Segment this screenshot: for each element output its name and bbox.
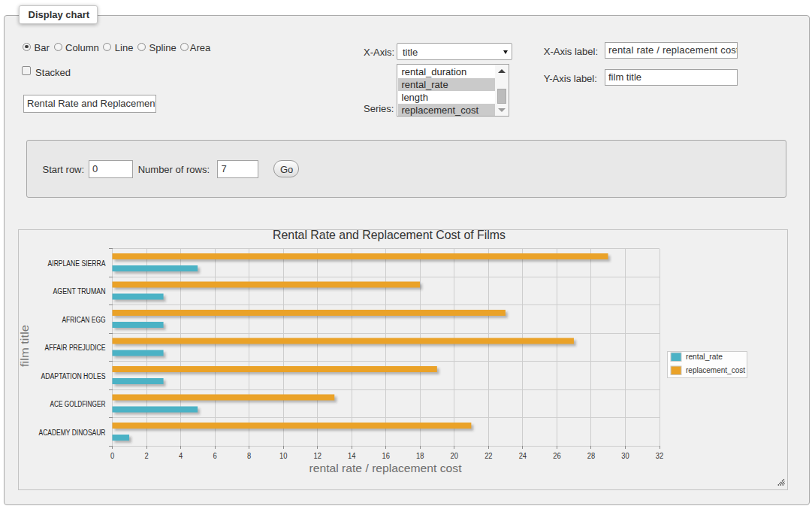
svg-text:28: 28 xyxy=(587,452,596,460)
svg-text:22: 22 xyxy=(484,452,493,460)
svg-text:6: 6 xyxy=(213,452,217,460)
svg-text:rental rate / replacement cost: rental rate / replacement cost xyxy=(309,462,463,474)
svg-text:24: 24 xyxy=(519,452,527,460)
svg-text:14: 14 xyxy=(348,452,356,460)
svg-text:AIRPLANE SIERRA: AIRPLANE SIERRA xyxy=(48,259,106,268)
svg-text:16: 16 xyxy=(382,452,391,460)
svg-text:30: 30 xyxy=(621,452,629,460)
svg-text:ADAPTATION HOLES: ADAPTATION HOLES xyxy=(41,372,106,380)
svg-text:Rental Rate and Replacement Co: Rental Rate and Replacement Cost of Film… xyxy=(273,229,506,242)
svg-text:AFFAIR PREJUDICE: AFFAIR PREJUDICE xyxy=(45,344,106,352)
svg-text:20: 20 xyxy=(451,452,459,460)
svg-text:10: 10 xyxy=(279,452,288,460)
svg-text:18: 18 xyxy=(416,452,424,460)
svg-text:replacement_cost: replacement_cost xyxy=(686,365,745,374)
svg-text:4: 4 xyxy=(179,452,183,460)
svg-text:rental_rate: rental_rate xyxy=(686,352,723,361)
svg-text:26: 26 xyxy=(553,452,561,460)
svg-text:AFRICAN EGG: AFRICAN EGG xyxy=(62,316,106,324)
svg-text:AGENT TRUMAN: AGENT TRUMAN xyxy=(53,287,106,295)
svg-text:ACE GOLDFINGER: ACE GOLDFINGER xyxy=(50,400,106,408)
svg-text:film title: film title xyxy=(19,325,31,367)
svg-text:0: 0 xyxy=(110,452,115,460)
svg-text:2: 2 xyxy=(144,452,149,460)
svg-text:ACADEMY DINOSAUR: ACADEMY DINOSAUR xyxy=(39,429,106,437)
svg-text:32: 32 xyxy=(656,452,664,460)
svg-text:12: 12 xyxy=(313,452,321,460)
svg-text:8: 8 xyxy=(247,452,252,460)
